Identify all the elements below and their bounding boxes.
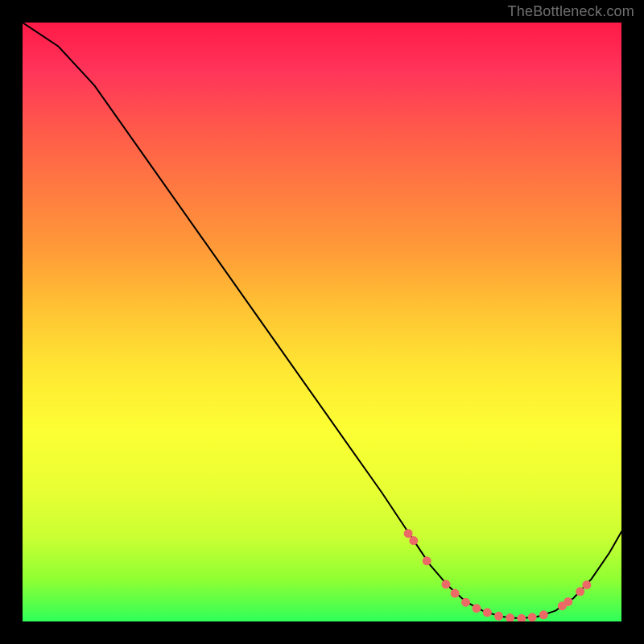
marker-dot bbox=[461, 598, 470, 607]
marker-dot bbox=[576, 587, 584, 596]
marker-dot bbox=[451, 589, 460, 598]
marker-dot bbox=[483, 608, 492, 617]
chart-frame: TheBottleneck.com bbox=[0, 0, 644, 644]
marker-dot bbox=[423, 556, 431, 565]
marker-dot bbox=[539, 610, 548, 619]
marker-group bbox=[404, 529, 592, 621]
marker-dot bbox=[528, 613, 537, 621]
plot-area bbox=[23, 23, 621, 621]
marker-dot bbox=[517, 614, 526, 621]
watermark-text: TheBottleneck.com bbox=[508, 3, 634, 20]
marker-dot bbox=[442, 580, 451, 588]
marker-dot bbox=[494, 612, 503, 621]
marker-dot bbox=[409, 536, 418, 545]
marker-dot bbox=[472, 604, 481, 613]
chart-svg bbox=[23, 23, 621, 621]
marker-dot bbox=[506, 613, 514, 621]
marker-dot bbox=[582, 580, 591, 589]
marker-dot bbox=[564, 597, 572, 606]
curve-line bbox=[23, 23, 621, 618]
marker-dot bbox=[404, 529, 413, 538]
